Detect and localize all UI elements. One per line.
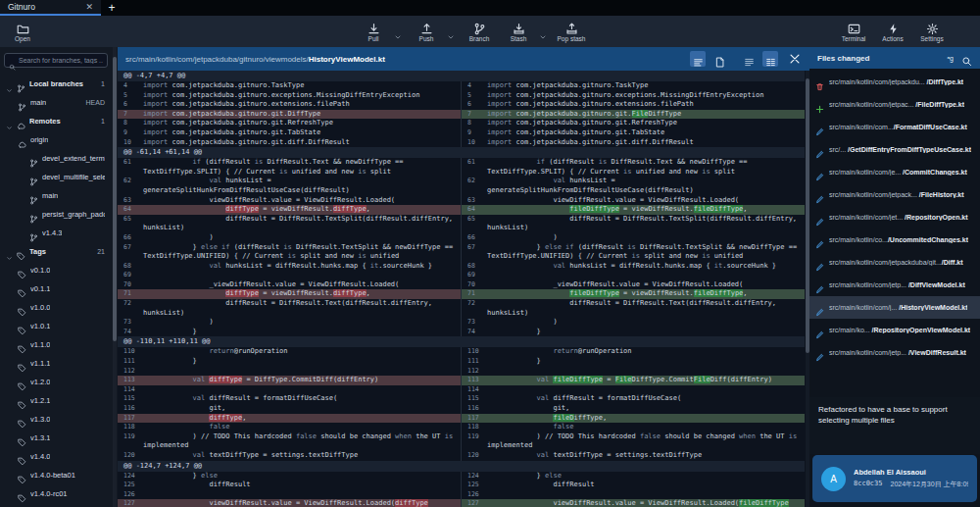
sidebar-item-v1.4.1[interactable]: v1.4.1 [0, 503, 110, 507]
chevron-down-icon [6, 248, 13, 255]
code-text: git, [487, 404, 805, 414]
unified-view-toggle[interactable] [741, 51, 757, 67]
terminal-button[interactable]: Terminal [839, 17, 868, 46]
diff-pane-old: 61 if (diffResult is DiffResult.Text && … [118, 158, 461, 336]
sidebar-item-persist-graph-padding[interactable]: persist_graph_padding [0, 205, 110, 224]
files-search-icon[interactable] [961, 53, 972, 64]
file-changed-item[interactable]: src/main/kotlin/com/jetp... /ViewDiffRes… [809, 341, 980, 364]
chevron-down-icon[interactable] [394, 27, 402, 35]
diff-line: 120 val textDiffType = settings.textDiff… [462, 451, 805, 461]
diff-line: 124 } else [462, 472, 805, 482]
branch-icon [29, 210, 38, 219]
file-changed-item[interactable]: src/main/kotlin/com/jetp... /DiffViewMod… [809, 274, 980, 296]
file-changed-item[interactable]: src/... /GetDiffEntryFromDiffTypeUseCase… [809, 138, 980, 161]
branch-icon [29, 173, 38, 181]
sidebar-item-v1.4.0-beta01[interactable]: v1.4.0-beta01 [0, 466, 110, 484]
file-changed-item[interactable]: src/main/kotlin/com/jetpack... /FileHist… [809, 183, 980, 206]
code-text: diffType, [143, 414, 461, 424]
file-changed-item[interactable]: src/main/kotlin/com/j... /HistoryViewMod… [809, 296, 980, 319]
sidebar-item-devel-extend-terminal-[interactable]: devel_extend_terminal_ [0, 149, 110, 168]
file-changed-item[interactable]: src/main/kotlin/com/jet... /RepositoryOp… [809, 206, 980, 228]
tree-label: v1.4.0-rc01 [30, 489, 68, 498]
abbreviate-paths-icon[interactable]: ᵃg [948, 55, 955, 62]
code-text: } [143, 357, 461, 367]
toolbar: Open PullPushBranchStashPop stash Termin… [0, 16, 980, 47]
sidebar-scrollbar[interactable] [113, 47, 117, 507]
file-changed-item[interactable]: src/main/kotlin/co.../UncommitedChanges.… [809, 228, 980, 251]
code-text: val hunksList = generateSplitHunkFromDif… [143, 177, 461, 195]
file-changed-item[interactable]: src/main/kotlin/com/jetpackduba/git.../D… [809, 251, 980, 274]
hunk-header: @@ -61,14 +61,14 @@ [118, 147, 805, 158]
code-text: false [487, 423, 805, 432]
sidebar-item-v0.1.1[interactable]: v0.1.1 [0, 279, 110, 298]
section-count: 1 [101, 118, 105, 125]
sidebar-item-v1.4.0[interactable]: v1.4.0 [0, 447, 110, 466]
pull-button[interactable]: Pull [359, 17, 388, 46]
close-diff-icon[interactable] [788, 52, 802, 66]
sidebar-item-v1.3.0[interactable]: v1.3.0 [0, 410, 110, 429]
sidebar-item-v1.0.1[interactable]: v1.0.1 [0, 317, 110, 335]
file-changed-item[interactable]: src/main/ko... /RepositoryOpenViewModel.… [809, 319, 980, 341]
diff-line: 117 fileDiffType, [462, 414, 805, 424]
line-number: 67 [462, 243, 487, 262]
full-file-toggle[interactable] [711, 51, 727, 67]
sidebar-item-origin[interactable]: origin [0, 130, 110, 149]
code-text: viewDiffResult.value = ViewDiffResult.Lo… [487, 499, 805, 507]
tree-label: v1.0.1 [30, 322, 50, 330]
chevron-down-icon[interactable] [539, 27, 547, 35]
push-button[interactable]: Push [412, 17, 441, 46]
sidebar-item-v1.2.0[interactable]: v1.2.0 [0, 373, 110, 391]
file-changed-item[interactable]: src/main/kotlin/com/jetpackdu... /DiffTy… [809, 71, 980, 93]
open-button[interactable]: Open [8, 17, 37, 46]
sidebar-item-v1.2.1[interactable]: v1.2.1 [0, 391, 110, 410]
tag-icon [18, 489, 26, 498]
pop-stash-button[interactable]: Pop stash [557, 17, 586, 46]
new-tab-button[interactable]: + [101, 0, 122, 16]
sidebar-item-main[interactable]: mainHEAD [0, 93, 110, 112]
sidebar-item-v1.4.3[interactable]: v1.4.3 [0, 224, 110, 242]
branch-button[interactable]: Branch [465, 17, 494, 46]
diff-line: 7import com.jetpackduba.gitnuro.git.Diff… [118, 110, 461, 120]
diff-line: 114 [462, 385, 805, 395]
sidebar-section-tags[interactable]: Tags21 [0, 242, 110, 261]
line-number: 124 [462, 472, 487, 482]
commit-author-card[interactable]: A Abdellah El Aissaoui 8cc0c35 2024年12月3… [812, 455, 977, 502]
sidebar-item-v1.1.0[interactable]: v1.1.0 [0, 335, 110, 354]
unified-text-toggle[interactable] [690, 51, 706, 67]
stash-button[interactable]: Stash [504, 17, 533, 46]
split-view-toggle[interactable] [762, 51, 778, 67]
author-avatar: A [821, 467, 846, 491]
tag-icon [18, 266, 26, 275]
modified-status-icon [815, 326, 824, 334]
code-text: false [143, 423, 461, 432]
repository-tab[interactable]: Gitnuro ✕ [0, 0, 101, 16]
sidebar-section-remotes[interactable]: Remotes1 [0, 112, 110, 130]
tab-close-icon[interactable]: ✕ [85, 3, 93, 12]
sidebar-item-main[interactable]: main [0, 186, 110, 205]
chevron-down-icon[interactable] [447, 27, 455, 35]
tree-label: v1.3.1 [30, 433, 50, 442]
file-changed-item[interactable]: src/main/kotlin/com/jetpac... /FileDiffT… [809, 93, 980, 116]
line-number: 118 [462, 423, 487, 432]
branch-search-box[interactable] [4, 53, 108, 68]
search-input[interactable] [19, 57, 103, 64]
chevron-down-icon [6, 80, 13, 87]
sidebar-item-v1.1.1[interactable]: v1.1.1 [0, 354, 110, 373]
line-number: 70 [118, 280, 143, 290]
line-number: 115 [118, 394, 143, 404]
file-changed-item[interactable]: src/main/kotlin/com/je... /CommitChanges… [809, 161, 980, 183]
sidebar-section-local-branches[interactable]: Local branches1 [0, 75, 110, 93]
sidebar-item-v1.4.0-rc01[interactable]: v1.4.0-rc01 [0, 484, 110, 503]
code-text: import com.jetpackduba.gitnuro.git.DiffT… [143, 110, 461, 120]
file-changed-item[interactable]: src/main/kotlin/com.../FormatDiffUseCase… [809, 116, 980, 138]
settings-button[interactable]: Settings [917, 17, 947, 46]
sidebar-item-v1.0.0[interactable]: v1.0.0 [0, 298, 110, 317]
sidebar-item-devel-multifile-selectio[interactable]: devel_multifile_selectio [0, 168, 110, 186]
code-text: fileDiffType = viewDiffResult.fileDiffTy… [487, 205, 805, 215]
sidebar-scrollbar-thumb[interactable] [113, 57, 117, 341]
sidebar-item-v0.1.0[interactable]: v0.1.0 [0, 261, 110, 279]
tree-label: v1.2.0 [30, 378, 50, 386]
sidebar-item-v1.3.1[interactable]: v1.3.1 [0, 429, 110, 447]
toolbar-button-label: Pop stash [558, 35, 586, 42]
actions-button[interactable]: Actions [878, 17, 907, 46]
